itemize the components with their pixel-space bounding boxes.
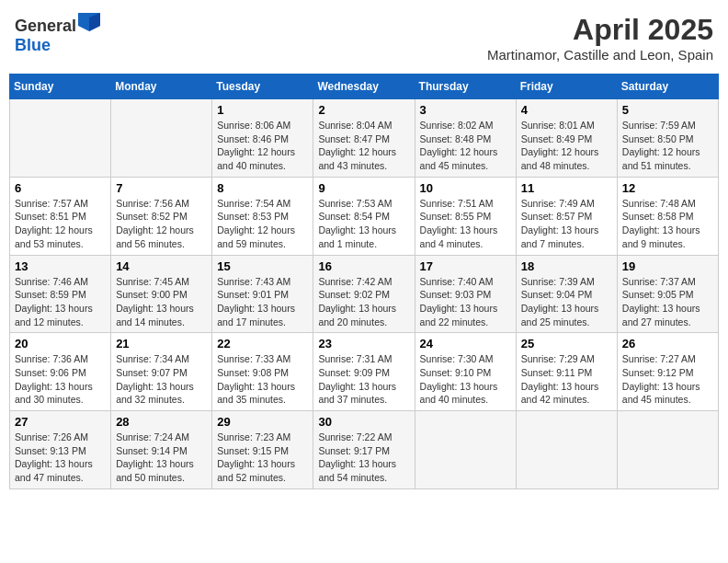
day-number: 25 <box>521 337 612 350</box>
day-number: 5 <box>622 103 713 117</box>
calendar-cell: 28Sunrise: 7:24 AMSunset: 9:14 PMDayligh… <box>111 411 212 489</box>
day-of-week-header: Sunday <box>10 75 111 99</box>
calendar-cell <box>111 99 212 178</box>
day-info: Sunrise: 7:23 AMSunset: 9:15 PMDaylight:… <box>217 431 308 485</box>
day-number: 29 <box>217 415 308 429</box>
day-number: 8 <box>217 181 308 195</box>
day-info: Sunrise: 8:01 AMSunset: 8:49 PMDaylight:… <box>521 119 612 173</box>
day-info: Sunrise: 7:42 AMSunset: 9:02 PMDaylight:… <box>318 275 409 329</box>
logo-blue: Blue <box>15 36 51 54</box>
page-header: General Blue April 2025 Martinamor, Cast… <box>9 9 719 66</box>
calendar-week-row: 27Sunrise: 7:26 AMSunset: 9:13 PMDayligh… <box>10 411 719 489</box>
calendar-cell <box>516 411 617 489</box>
day-info: Sunrise: 7:22 AMSunset: 9:17 PMDaylight:… <box>318 431 409 485</box>
day-info: Sunrise: 7:33 AMSunset: 9:08 PMDaylight:… <box>217 352 308 407</box>
day-info: Sunrise: 7:27 AMSunset: 9:12 PMDaylight:… <box>622 352 713 407</box>
day-info: Sunrise: 7:54 AMSunset: 8:53 PMDaylight:… <box>217 197 308 251</box>
day-number: 11 <box>521 181 612 195</box>
calendar-cell: 1Sunrise: 8:06 AMSunset: 8:46 PMDaylight… <box>212 99 313 178</box>
day-number: 7 <box>116 181 207 195</box>
day-number: 12 <box>622 181 713 195</box>
calendar-cell: 8Sunrise: 7:54 AMSunset: 8:53 PMDaylight… <box>212 177 313 255</box>
calendar-cell: 3Sunrise: 8:02 AMSunset: 8:48 PMDaylight… <box>415 99 516 178</box>
day-info: Sunrise: 7:53 AMSunset: 8:54 PMDaylight:… <box>318 197 409 251</box>
day-number: 24 <box>420 337 511 350</box>
calendar-cell: 2Sunrise: 8:04 AMSunset: 8:47 PMDaylight… <box>313 99 415 178</box>
day-info: Sunrise: 7:48 AMSunset: 8:58 PMDaylight:… <box>622 197 713 251</box>
day-number: 4 <box>521 103 612 117</box>
day-number: 9 <box>318 181 409 195</box>
day-info: Sunrise: 7:30 AMSunset: 9:10 PMDaylight:… <box>420 352 511 407</box>
calendar-cell <box>617 411 718 489</box>
calendar-cell <box>10 99 111 178</box>
calendar-cell: 26Sunrise: 7:27 AMSunset: 9:12 PMDayligh… <box>617 333 718 411</box>
calendar-cell: 30Sunrise: 7:22 AMSunset: 9:17 PMDayligh… <box>313 411 415 489</box>
day-number: 17 <box>420 259 511 273</box>
day-of-week-header: Wednesday <box>313 75 415 99</box>
day-number: 10 <box>420 181 511 195</box>
day-number: 15 <box>217 259 308 273</box>
day-info: Sunrise: 7:46 AMSunset: 8:59 PMDaylight:… <box>15 275 106 329</box>
calendar-cell: 11Sunrise: 7:49 AMSunset: 8:57 PMDayligh… <box>516 177 617 255</box>
day-info: Sunrise: 8:04 AMSunset: 8:47 PMDaylight:… <box>318 119 409 173</box>
day-info: Sunrise: 7:34 AMSunset: 9:07 PMDaylight:… <box>116 352 207 407</box>
calendar-week-row: 13Sunrise: 7:46 AMSunset: 8:59 PMDayligh… <box>10 255 719 333</box>
calendar-cell: 18Sunrise: 7:39 AMSunset: 9:04 PMDayligh… <box>516 255 617 333</box>
day-number: 6 <box>15 181 106 195</box>
logo: General Blue <box>15 13 100 55</box>
calendar-cell: 9Sunrise: 7:53 AMSunset: 8:54 PMDaylight… <box>313 177 415 255</box>
calendar-cell: 14Sunrise: 7:45 AMSunset: 9:00 PMDayligh… <box>111 255 212 333</box>
calendar-week-row: 20Sunrise: 7:36 AMSunset: 9:06 PMDayligh… <box>10 333 719 411</box>
calendar-cell: 27Sunrise: 7:26 AMSunset: 9:13 PMDayligh… <box>10 411 111 489</box>
calendar-cell: 4Sunrise: 8:01 AMSunset: 8:49 PMDaylight… <box>516 99 617 178</box>
day-info: Sunrise: 7:26 AMSunset: 9:13 PMDaylight:… <box>15 431 106 485</box>
day-number: 13 <box>15 259 106 273</box>
month-title: April 2025 <box>487 13 713 47</box>
calendar-header-row: SundayMondayTuesdayWednesdayThursdayFrid… <box>10 75 719 99</box>
calendar-cell: 23Sunrise: 7:31 AMSunset: 9:09 PMDayligh… <box>313 333 415 411</box>
day-info: Sunrise: 7:31 AMSunset: 9:09 PMDaylight:… <box>318 352 409 407</box>
calendar-cell: 25Sunrise: 7:29 AMSunset: 9:11 PMDayligh… <box>516 333 617 411</box>
day-info: Sunrise: 7:43 AMSunset: 9:01 PMDaylight:… <box>217 275 308 329</box>
day-number: 2 <box>318 103 409 117</box>
day-info: Sunrise: 7:59 AMSunset: 8:50 PMDaylight:… <box>622 119 713 173</box>
calendar-cell: 21Sunrise: 7:34 AMSunset: 9:07 PMDayligh… <box>111 333 212 411</box>
calendar-body: 1Sunrise: 8:06 AMSunset: 8:46 PMDaylight… <box>10 99 719 489</box>
location-title: Martinamor, Castille and Leon, Spain <box>487 47 713 63</box>
day-of-week-header: Friday <box>516 75 617 99</box>
day-number: 30 <box>318 415 409 429</box>
day-info: Sunrise: 7:57 AMSunset: 8:51 PMDaylight:… <box>15 197 106 251</box>
calendar-cell: 20Sunrise: 7:36 AMSunset: 9:06 PMDayligh… <box>10 333 111 411</box>
day-info: Sunrise: 7:36 AMSunset: 9:06 PMDaylight:… <box>15 352 106 407</box>
day-number: 16 <box>318 259 409 273</box>
calendar-cell: 24Sunrise: 7:30 AMSunset: 9:10 PMDayligh… <box>415 333 516 411</box>
day-info: Sunrise: 7:45 AMSunset: 9:00 PMDaylight:… <box>116 275 207 329</box>
day-number: 28 <box>116 415 207 429</box>
title-block: April 2025 Martinamor, Castille and Leon… <box>487 13 713 63</box>
day-number: 18 <box>521 259 612 273</box>
day-of-week-header: Tuesday <box>212 75 313 99</box>
calendar-cell <box>415 411 516 489</box>
logo-icon <box>78 13 100 31</box>
calendar-cell: 12Sunrise: 7:48 AMSunset: 8:58 PMDayligh… <box>617 177 718 255</box>
calendar-cell: 13Sunrise: 7:46 AMSunset: 8:59 PMDayligh… <box>10 255 111 333</box>
calendar-cell: 15Sunrise: 7:43 AMSunset: 9:01 PMDayligh… <box>212 255 313 333</box>
day-of-week-header: Saturday <box>617 75 718 99</box>
calendar-cell: 6Sunrise: 7:57 AMSunset: 8:51 PMDaylight… <box>10 177 111 255</box>
calendar-cell: 16Sunrise: 7:42 AMSunset: 9:02 PMDayligh… <box>313 255 415 333</box>
day-info: Sunrise: 8:06 AMSunset: 8:46 PMDaylight:… <box>217 119 308 173</box>
day-number: 21 <box>116 337 207 350</box>
day-info: Sunrise: 7:29 AMSunset: 9:11 PMDaylight:… <box>521 352 612 407</box>
calendar-week-row: 1Sunrise: 8:06 AMSunset: 8:46 PMDaylight… <box>10 99 719 178</box>
calendar-cell: 19Sunrise: 7:37 AMSunset: 9:05 PMDayligh… <box>617 255 718 333</box>
day-number: 3 <box>420 103 511 117</box>
day-info: Sunrise: 7:51 AMSunset: 8:55 PMDaylight:… <box>420 197 511 251</box>
calendar-cell: 17Sunrise: 7:40 AMSunset: 9:03 PMDayligh… <box>415 255 516 333</box>
day-of-week-header: Monday <box>111 75 212 99</box>
day-info: Sunrise: 7:24 AMSunset: 9:14 PMDaylight:… <box>116 431 207 485</box>
calendar-cell: 10Sunrise: 7:51 AMSunset: 8:55 PMDayligh… <box>415 177 516 255</box>
day-number: 20 <box>15 337 106 350</box>
day-number: 22 <box>217 337 308 350</box>
day-of-week-header: Thursday <box>415 75 516 99</box>
calendar-cell: 29Sunrise: 7:23 AMSunset: 9:15 PMDayligh… <box>212 411 313 489</box>
